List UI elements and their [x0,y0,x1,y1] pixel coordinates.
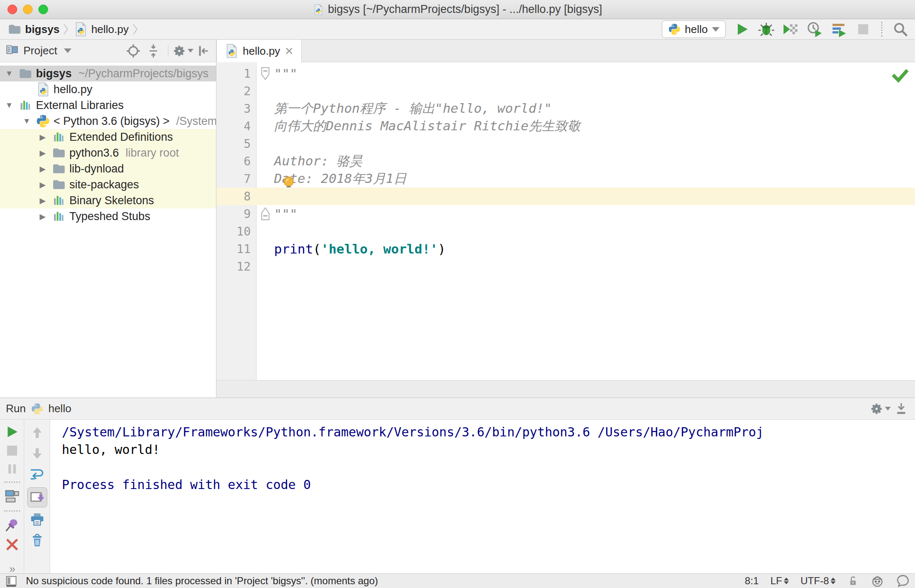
zoom-window-button[interactable] [38,5,48,14]
editor-area: hello.py 1"""23第一个Python程序 - 输出"hello, w… [216,40,915,398]
pause-output-button[interactable] [4,462,20,476]
expand-arrow-icon[interactable]: ▼ [21,117,33,126]
tree-item-site-packages[interactable]: ▶site-packages [0,177,216,193]
collapse-arrow-icon[interactable]: ▶ [37,164,48,174]
caret-position-indicator[interactable]: 8:1 [745,575,759,587]
expand-arrow-icon[interactable]: ▼ [3,101,15,110]
tree-item-python-3-6-bigsys[interactable]: ▼< Python 3.6 (bigsys) >/System [0,113,216,129]
up-stacktrace-button[interactable] [29,425,45,441]
toggle-toolwindows-icon[interactable] [5,575,18,587]
close-window-button[interactable] [8,5,17,14]
hide-tool-window-button[interactable] [893,401,909,417]
stop-process-button[interactable] [4,444,20,457]
close-tab-button[interactable] [4,537,20,552]
code-line-6[interactable]: 6Author: 骆昊 [216,152,915,170]
tree-item-label: lib-dynload [69,162,124,175]
pin-tab-button[interactable] [4,517,20,532]
minimize-window-button[interactable] [23,5,33,14]
tree-item-label: site-packages [69,178,139,191]
code-line-1[interactable]: 1""" [216,65,915,82]
collapse-arrow-icon[interactable]: ▶ [37,180,48,190]
debug-button[interactable] [758,21,774,37]
line-number: 7 [216,172,257,186]
hide-panel-button[interactable] [195,43,211,59]
line-ending-selector[interactable]: LF [770,575,789,587]
code-line-5[interactable]: 5 [216,135,915,152]
breadcrumb-item-project[interactable]: bigsys [25,23,59,36]
settings-gear-button[interactable] [872,401,888,417]
run-control-toolbar: » [0,420,24,573]
chevron-down-icon[interactable] [64,48,71,53]
soft-wrap-button[interactable] [29,466,45,482]
concurrency-diagram-button[interactable] [831,21,847,37]
tree-item-label: bigsys [36,67,72,80]
tree-item-hello-py[interactable]: hello.py [0,81,216,97]
rerun-button[interactable] [4,425,20,439]
folder-icon [7,21,23,37]
encoding-selector[interactable]: UTF-8 [801,575,836,587]
run-configuration-selector[interactable]: hello [662,20,726,38]
settings-gear-button[interactable] [175,43,191,59]
tree-item-lib-dynload[interactable]: ▶lib-dynload [0,161,216,177]
run-console-output[interactable]: /System/Library/Frameworks/Python.framew… [50,420,915,573]
code-line-9[interactable]: 9""" [216,205,915,223]
console-line: hello, world! [62,442,915,460]
code-line-8[interactable]: 8 [216,188,915,205]
tab-hello-py[interactable]: hello.py [216,40,302,62]
fold-marker-icon[interactable] [257,207,274,221]
library-icon [52,209,66,223]
collapse-arrow-icon[interactable]: ▶ [37,148,48,158]
locate-file-button[interactable] [125,43,141,59]
editor-body[interactable]: 1"""23第一个Python程序 - 输出"hello, world!"4向伟… [216,62,915,380]
line-number: 8 [216,190,257,203]
project-panel-title[interactable]: Project [23,44,57,57]
code-line-7[interactable]: 7Date: 2018年3月1日 [216,170,915,188]
event-log-bubble-icon[interactable] [896,574,910,588]
tree-item-extended-definitions[interactable]: ▶Extended Definitions [0,129,216,145]
collapse-arrow-icon[interactable]: ▶ [37,132,48,142]
pycharm-window: bigsys [~/PycharmProjects/bigsys] - .../… [0,0,915,588]
inspection-ok-check-icon[interactable] [891,67,909,84]
tree-item-bigsys[interactable]: ▼bigsys~/PycharmProjects/bigsys [0,66,216,81]
status-bar: No suspicious code found. 1 files proces… [0,573,915,588]
run-with-coverage-button[interactable] [783,21,798,37]
line-number: 5 [216,137,257,151]
line-number: 6 [216,155,257,168]
code-line-11[interactable]: 11print('hello, world!') [216,240,915,258]
status-message[interactable]: No suspicious code found. 1 files proces… [26,575,378,587]
tree-item-label: Binary Skeletons [69,194,154,207]
stop-button[interactable] [855,21,871,37]
tree-item-python3-6[interactable]: ▶python3.6library root [0,145,216,161]
tree-item-typeshed-stubs[interactable]: ▶Typeshed Stubs [0,208,216,224]
run-panel-title[interactable]: Run [6,402,26,415]
clear-all-button[interactable] [29,532,45,548]
tree-item-binary-skeletons[interactable]: ▶Binary Skeletons [0,193,216,208]
restore-layout-button[interactable] [4,489,20,504]
tree-item-external-libraries[interactable]: ▼External Libraries [0,97,216,113]
hector-inspection-icon[interactable] [871,574,884,588]
collapse-all-button[interactable] [145,43,161,59]
collapse-arrow-icon[interactable]: ▶ [37,196,48,205]
expand-arrow-icon[interactable]: ▼ [3,69,15,78]
down-stacktrace-button[interactable] [29,446,45,461]
profile-button[interactable] [807,21,823,37]
search-everywhere-button[interactable] [892,21,908,37]
collapse-arrow-icon[interactable]: ▶ [37,212,48,221]
lock-icon[interactable] [847,575,859,587]
python-file-icon [36,82,50,96]
run-button[interactable] [734,21,750,37]
tree-item-label: Extended Definitions [69,131,173,144]
project-panel-header: Project [0,40,216,62]
close-tab-icon[interactable] [285,46,294,56]
breadcrumb-item-file[interactable]: hello.py [91,23,129,36]
print-button[interactable] [29,512,45,527]
scroll-to-end-button[interactable] [27,487,47,507]
project-tree: ▼bigsys~/PycharmProjects/bigsyshello.py▼… [0,62,216,398]
code-line-3[interactable]: 3第一个Python程序 - 输出"hello, world!" [216,100,915,117]
fold-marker-icon[interactable] [257,66,274,81]
code-line-4[interactable]: 4向伟大的Dennis MacAlistair Ritchie先生致敬 [216,117,915,135]
code-line-2[interactable]: 2 [216,82,915,100]
navigation-bar: bigsys hello.py hello [0,19,915,40]
code-line-10[interactable]: 10 [216,223,915,240]
code-line-12[interactable]: 12 [216,258,915,275]
